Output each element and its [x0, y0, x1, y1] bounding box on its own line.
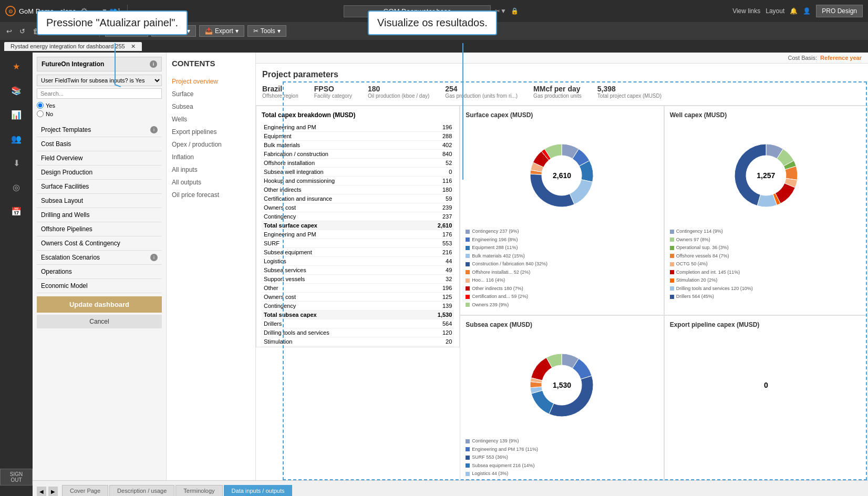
pro-design-button[interactable]: PRO Design [816, 5, 863, 17]
nav-next-button[interactable]: ▶ [48, 487, 58, 496]
export-capex-title: Export pipeline capex (MUSD) [670, 321, 862, 328]
contents-list: Project overviewSurfaceSubseaWellsExport… [172, 75, 250, 201]
contents-title: CONTENTS [172, 59, 250, 68]
radio-no[interactable]: No [37, 110, 162, 117]
sign-out-button[interactable]: SIGN OUT [0, 469, 33, 485]
subsea-capex-title: Subsea capex (MUSD) [466, 321, 658, 328]
capex-table-title: Total capex breakdown (MUSD) [262, 111, 454, 119]
capex-row-9: Owners cost239 [262, 203, 454, 212]
bottom-tabs: Cover PageDescription / usageTerminology… [62, 485, 293, 496]
capex-row-13: SURF553 [262, 239, 454, 248]
bottom-tab-2[interactable]: Terminology [175, 485, 222, 496]
contents-item-7[interactable]: All inputs [172, 163, 250, 176]
contents-item-0[interactable]: Project overview [172, 75, 250, 88]
panel-item-2[interactable]: Field Overview [37, 151, 162, 166]
cancel-button[interactable]: Cancel [37, 315, 162, 328]
panel-item-9[interactable]: Escalation Scenariosi [37, 251, 162, 265]
capex-row-19: Owners cost125 [262, 293, 454, 302]
capex-row-8: Certification and insurance59 [262, 194, 454, 203]
project-params-section: Project parameters BrazilOffshore region… [256, 64, 868, 106]
panel-item-8[interactable]: Owners Cost & Contingency [37, 236, 162, 251]
tools-icon: ✂ [253, 27, 259, 35]
bottom-tab-0[interactable]: Cover Page [62, 485, 108, 496]
contents-item-3[interactable]: Wells [172, 113, 250, 126]
contents-item-5[interactable]: Opex / production [172, 138, 250, 151]
contents-item-6[interactable]: Inflation [172, 151, 250, 163]
capex-row-15: Logistics44 [262, 257, 454, 266]
sidebar-icon-star[interactable]: ★ [8, 58, 25, 75]
arrow-line-right [462, 43, 463, 180]
panel-item-0[interactable]: Project Templatesi [37, 123, 162, 137]
arrow-line-left [115, 43, 116, 85]
capex-table: Engineering and PM196Equipment288Bulk ma… [262, 123, 454, 346]
panel-item-1[interactable]: Cost Basis [37, 137, 162, 151]
panel-item-7[interactable]: Offshore Pipelines [37, 222, 162, 236]
panel-search-input[interactable] [37, 88, 162, 99]
export-capex-panel: Export pipeline capex (MUSD) 0 [664, 315, 868, 496]
undo-button[interactable]: ↩ [4, 26, 14, 36]
contents-item-8[interactable]: All outputs [172, 176, 250, 189]
capex-table-panel: Total capex breakdown (MUSD) Engineering… [256, 106, 460, 347]
main-area: FutureOn Integration i User FieldTwin fo… [33, 53, 868, 496]
capex-row-0: Engineering and PM196 [262, 123, 454, 132]
surface-capex-title: Surface capex (MUSD) [466, 111, 658, 119]
sidebar-icon-target[interactable]: ◎ [8, 179, 25, 195]
radio-yes[interactable]: Yes [37, 102, 162, 109]
tools-button[interactable]: ✂ Tools▾ [247, 25, 286, 37]
panel-item-6[interactable]: Drilling and Wells [37, 208, 162, 222]
param-item-1: FPSOFacility category [314, 85, 352, 99]
info-dot-9: i [150, 254, 158, 261]
sidebar-icon-chart[interactable]: 📊 [8, 106, 25, 123]
panel-item-3[interactable]: Design Production [37, 166, 162, 180]
params-row: BrazilOffshore regionFPSOFacility catego… [262, 85, 862, 99]
panel-item-4[interactable]: Surface Facilities [37, 180, 162, 194]
capex-row-14: Subsea equipment216 [262, 248, 454, 257]
contents-item-1[interactable]: Surface [172, 88, 250, 100]
capex-row-12: Engineering and PM176 [262, 230, 454, 239]
export-button[interactable]: 📤 Export▾ [199, 25, 244, 37]
capex-row-1: Equipment288 [262, 132, 454, 141]
futureon-dropdown[interactable]: User FieldTwin for subsea inputs? is Yes [37, 75, 162, 86]
update-dashboard-button[interactable]: Update dashboard [37, 296, 162, 313]
panel-info-icon[interactable]: i [150, 60, 157, 68]
bottom-nav-arrows: ◀ ▶ [37, 487, 58, 496]
contents-item-9[interactable]: Oil price forecast [172, 189, 250, 201]
sidebar-icon-download[interactable]: ⬇ [8, 154, 25, 171]
panel-item-5[interactable]: Subsea Layout [37, 194, 162, 208]
nav-prev-button[interactable]: ◀ [37, 487, 46, 496]
bottom-tab-3[interactable]: Data inputs / outputs [224, 485, 293, 496]
capex-row-17: Support vessels32 [262, 275, 454, 284]
main-tab[interactable]: Rystad energy integration for dashboard … [4, 42, 142, 51]
callout-right: Visualize os resultados. [368, 11, 497, 35]
capex-row-7: Other indirects180 [262, 185, 454, 194]
capex-row-20: Contingency139 [262, 302, 454, 311]
sidebar-icon-people[interactable]: 👥 [8, 130, 25, 147]
sidebar-icon-book[interactable]: 📚 [8, 82, 25, 99]
sidebar-icon-calendar[interactable]: 📅 [8, 203, 25, 220]
tab-bar: Rystad energy integration for dashboard … [0, 40, 868, 53]
param-item-3: 254Gas production (units from ri...) [445, 85, 518, 99]
well-capex-value: 1,257 [757, 171, 775, 180]
well-legend: Contingency 114 (9%)Owners 97 (8%)Operat… [670, 228, 862, 301]
capex-row-5: Subsea well integration0 [262, 168, 454, 177]
cost-basis-bar: Cost Basis: Reference year [256, 53, 868, 64]
redo-button[interactable]: ↺ [17, 26, 27, 36]
param-item-0: BrazilOffshore region [262, 85, 298, 99]
panel-item-11[interactable]: Economic Model [37, 279, 162, 293]
contents-sidebar: CONTENTS Project overviewSurfaceSubseaWe… [167, 53, 256, 496]
capex-row-24: Stimulation20 [262, 337, 454, 346]
toolbar-right: View links Layout 🔔 👤 PRO Design [732, 5, 863, 17]
capex-row-21: Total subsea capex1,530 [262, 311, 454, 319]
contents-item-4[interactable]: Export pipelines [172, 126, 250, 138]
contents-item-2[interactable]: Subsea [172, 100, 250, 113]
panel-item-10[interactable]: Operations [37, 265, 162, 279]
capex-row-10: Contingency237 [262, 212, 454, 221]
param-item-5: 5,398Total project capex (MUSD) [597, 85, 662, 99]
subsea-capex-value: 1,530 [553, 381, 571, 389]
charts-grid: Total capex breakdown (MUSD) Engineering… [256, 106, 868, 496]
bottom-tab-1[interactable]: Description / usage [109, 485, 174, 496]
export-icon: 📤 [205, 27, 213, 35]
well-capex-panel: Well capex (MUSD) 1,257 Contingency 114 … [664, 106, 868, 315]
surface-capex-panel: Surface capex (MUSD) 2,610 Contingency 2… [460, 106, 664, 315]
capex-row-2: Bulk materials402 [262, 141, 454, 150]
